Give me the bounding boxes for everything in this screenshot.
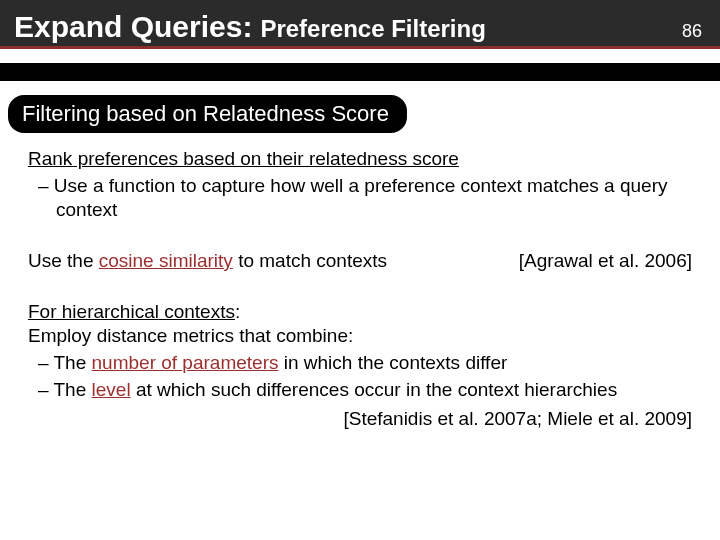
section-header: Filtering based on Relatedness Score xyxy=(0,95,720,133)
page-number: 86 xyxy=(682,21,706,42)
p3-bullet-2: The level at which such differences occu… xyxy=(28,378,692,403)
p3-b1-pre: The xyxy=(54,352,92,373)
p2-text: Use the cosine similarity to match conte… xyxy=(28,249,387,274)
paragraph-2: Use the cosine similarity to match conte… xyxy=(28,249,692,274)
title-sub: Preference Filtering xyxy=(260,15,485,43)
divider-bar xyxy=(0,63,720,81)
p3-b2-post: at which such differences occur in the c… xyxy=(131,379,618,400)
p3-b2-pre: The xyxy=(54,379,92,400)
spacer xyxy=(0,49,720,63)
p2-citation: [Agrawal et al. 2006] xyxy=(503,249,692,274)
paragraph-3: For hierarchical contexts: Employ distan… xyxy=(28,300,692,431)
p3-citation: [Stefanidis et al. 2007a; Miele et al. 2… xyxy=(28,407,692,432)
p3-b1-emphasis: number of parameters xyxy=(92,352,279,373)
p3-bullet-1: The number of parameters in which the co… xyxy=(28,351,692,376)
p3-b1-post: in which the contexts differ xyxy=(278,352,507,373)
slide: Expand Queries: Preference Filtering 86 … xyxy=(0,0,720,540)
p3-heading-text: For hierarchical contexts xyxy=(28,301,235,322)
p3-b2-emphasis: level xyxy=(92,379,131,400)
p2-post: to match contexts xyxy=(233,250,387,271)
p1-bullet: Use a function to capture how well a pre… xyxy=(28,174,692,223)
title-bar: Expand Queries: Preference Filtering 86 xyxy=(0,0,720,49)
paragraph-1: Rank preferences based on their relatedn… xyxy=(28,147,692,223)
p3-heading: For hierarchical contexts: xyxy=(28,300,692,325)
p1-heading: Rank preferences based on their relatedn… xyxy=(28,147,692,172)
title-main: Expand Queries: xyxy=(14,10,252,44)
spacer xyxy=(0,81,720,95)
p2-emphasis: cosine similarity xyxy=(99,250,233,271)
p2-pre: Use the xyxy=(28,250,99,271)
section-pill: Filtering based on Relatedness Score xyxy=(8,95,407,133)
content-area: Rank preferences based on their relatedn… xyxy=(0,133,720,431)
p3-lead: Employ distance metrics that combine: xyxy=(28,324,692,349)
